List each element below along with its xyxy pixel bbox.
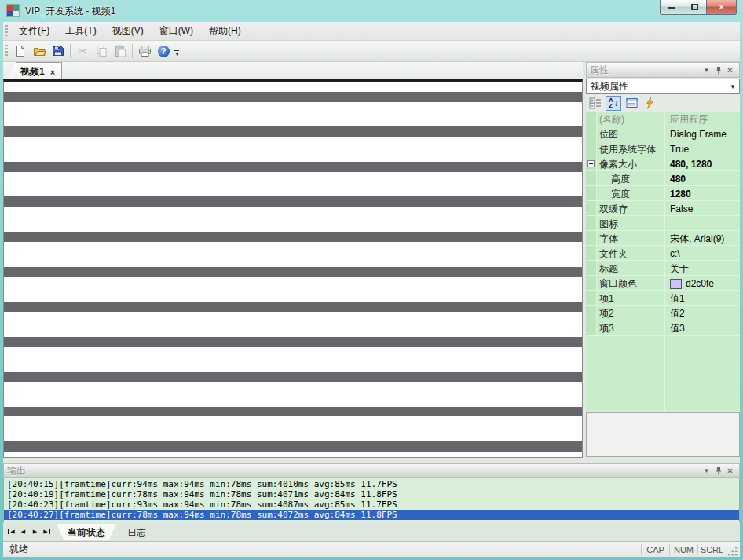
property-row-12[interactable]: 项1值1 — [586, 291, 740, 306]
property-value[interactable]: 应用程序 — [665, 112, 740, 126]
property-row-margin — [586, 306, 597, 320]
properties-object-combo[interactable]: 视频属性 ▼ — [586, 79, 740, 94]
property-value[interactable]: False — [665, 201, 740, 215]
save-button[interactable] — [49, 42, 68, 60]
new-document-button[interactable] — [11, 42, 30, 60]
horizontal-splitter[interactable] — [3, 458, 583, 463]
property-value[interactable]: c:\ — [665, 246, 740, 260]
menu-item-4[interactable]: 帮助(H) — [201, 21, 249, 41]
menu-item-0[interactable]: 文件(F) — [11, 21, 57, 41]
last-tab-button[interactable]: ▶ — [42, 526, 52, 536]
print-button[interactable] — [135, 42, 154, 60]
property-row-10[interactable]: 标题关于 — [586, 261, 740, 276]
copy-button[interactable] — [92, 42, 111, 60]
property-value[interactable]: 值3 — [665, 320, 740, 335]
property-row-9[interactable]: 文件夹c:\ — [586, 246, 740, 261]
property-row-3[interactable]: 像素大小480, 1280 — [586, 156, 740, 171]
titlebar[interactable]: VIP_开发系统 - 视频1 ✕ — [0, 0, 743, 22]
output-log-list[interactable]: [20:40:15][framtime]curr:94ms max:94ms m… — [3, 478, 740, 522]
panel-menu-button[interactable]: ▼ — [701, 64, 712, 75]
alphabetical-sort-button[interactable]: AZ↓ — [606, 96, 621, 111]
cut-button[interactable]: ✂ — [73, 42, 92, 60]
az-sort-icon: AZ↓ — [609, 97, 618, 108]
property-name: 宽度 — [597, 186, 665, 200]
minimize-button[interactable] — [660, 0, 683, 15]
output-pin-button[interactable] — [712, 465, 724, 476]
close-button[interactable]: ✕ — [707, 0, 737, 15]
next-tab-button[interactable]: ▶ — [30, 526, 40, 536]
property-row-margin — [586, 320, 597, 335]
categorized-icon — [589, 97, 602, 109]
first-tab-button[interactable]: ◀ — [6, 526, 16, 536]
prev-icon: ◀ — [10, 529, 14, 535]
video-document-view[interactable] — [3, 79, 583, 458]
output-header[interactable]: 输出 ▼ ✕ — [3, 463, 740, 478]
property-row-margin — [586, 201, 597, 215]
cut-scissors-icon: ✂ — [78, 45, 87, 57]
log-line-0[interactable]: [20:40:15][framtime]curr:94ms max:94ms m… — [4, 479, 739, 489]
property-value-text: 应用程序 — [670, 113, 708, 126]
property-row-8[interactable]: 字体宋体, Arial(9) — [586, 231, 740, 246]
property-row-4[interactable]: 高度480 — [586, 171, 740, 186]
property-row-7[interactable]: 图标 — [586, 216, 740, 231]
property-row-margin — [586, 291, 597, 305]
property-row-5[interactable]: 宽度1280 — [586, 186, 740, 201]
menubar-grip[interactable] — [5, 25, 8, 38]
paste-button[interactable] — [111, 42, 130, 60]
maximize-button[interactable] — [683, 0, 707, 15]
panel-pin-button[interactable] — [712, 64, 724, 75]
menu-item-1[interactable]: 工具(T) — [57, 21, 104, 41]
menu-item-3[interactable]: 窗口(W) — [152, 21, 201, 41]
collapse-minus-icon[interactable] — [587, 160, 595, 167]
property-pages-button[interactable] — [624, 96, 639, 111]
open-folder-button[interactable] — [30, 42, 49, 60]
output-tab-0[interactable]: 当前状态 — [57, 524, 116, 540]
property-value[interactable]: 480, 1280 — [665, 156, 740, 170]
property-value[interactable]: 宋体, Arial(9) — [665, 231, 740, 245]
toolbar-overflow-button[interactable]: ▼ — [174, 47, 180, 55]
property-row-11[interactable]: 窗口颜色d2c0fe — [586, 276, 740, 291]
log-line-2[interactable]: [20:40:23][framtime]curr:93ms max:94ms m… — [4, 500, 739, 510]
toolbar-separator — [70, 44, 71, 58]
prev-tab-button[interactable]: ◀ — [18, 526, 28, 536]
output-close-button[interactable]: ✕ — [724, 465, 736, 476]
property-value[interactable]: d2c0fe — [665, 276, 740, 290]
output-tab-1[interactable]: 日志 — [116, 524, 157, 540]
resize-grip[interactable] — [727, 546, 738, 557]
property-value[interactable]: Dialog Frame — [665, 126, 740, 141]
video-canvas-stripes — [4, 82, 582, 457]
property-row-2[interactable]: 使用系统字体True — [586, 141, 740, 156]
toolbar-grip[interactable] — [5, 45, 8, 57]
output-tab-strip: ◀ ◀ ▶ ▶ 当前状态日志 — [3, 522, 740, 541]
panel-close-button[interactable]: ✕ — [724, 64, 736, 75]
property-grid: (名称)应用程序位图Dialog Frame使用系统字体True像素大小480,… — [586, 112, 740, 335]
property-row-0[interactable]: (名称)应用程序 — [586, 112, 740, 126]
log-line-1[interactable]: [20:40:19][framtime]curr:78ms max:94ms m… — [4, 489, 739, 500]
property-row-13[interactable]: 项2值2 — [586, 306, 740, 320]
property-value[interactable]: 480 — [665, 171, 740, 185]
doc-tab-video1[interactable]: 视频1 × — [6, 62, 62, 79]
property-row-margin — [586, 186, 597, 200]
settings-bolt-button[interactable] — [642, 96, 657, 111]
property-row-margin — [586, 141, 597, 156]
property-value[interactable]: True — [665, 141, 740, 156]
property-row-1[interactable]: 位图Dialog Frame — [586, 126, 740, 141]
property-name: 高度 — [597, 171, 665, 185]
tab-close-icon[interactable]: × — [50, 68, 55, 77]
property-value[interactable]: 1280 — [665, 186, 740, 200]
log-line-3[interactable]: [20:40:27][framtime]curr:78ms max:94ms m… — [4, 510, 739, 520]
property-value[interactable] — [665, 216, 740, 230]
property-value[interactable]: 关于 — [665, 261, 740, 275]
menu-item-2[interactable]: 视图(V) — [104, 21, 152, 41]
help-button[interactable]: ? — [154, 42, 173, 60]
categorized-view-button[interactable] — [587, 96, 603, 111]
property-value[interactable]: 值2 — [665, 306, 740, 320]
properties-title: 属性 — [590, 64, 701, 77]
properties-header[interactable]: 属性 ▼ ✕ — [586, 62, 740, 78]
property-value-text: 480 — [670, 174, 686, 185]
property-value[interactable]: 值1 — [665, 291, 740, 305]
property-row-14[interactable]: 项3值3 — [586, 320, 740, 335]
property-pages-icon — [626, 97, 638, 108]
property-row-6[interactable]: 双缓存False — [586, 201, 740, 216]
output-menu-button[interactable]: ▼ — [701, 465, 712, 476]
